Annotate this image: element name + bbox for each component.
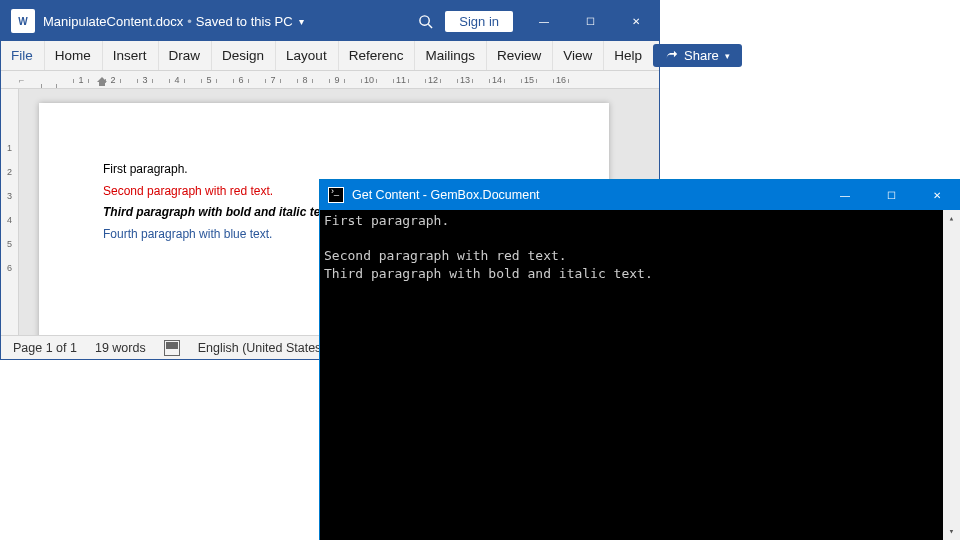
scroll-up-icon[interactable]: ▴ [943, 210, 960, 227]
tab-home[interactable]: Home [44, 41, 102, 70]
ribbon: File Home Insert Draw Design Layout Refe… [1, 41, 659, 71]
console-minimize-button[interactable]: — [822, 180, 868, 210]
spellcheck-icon[interactable] [164, 340, 180, 356]
word-title-controls: Sign in — ☐ ✕ [405, 1, 659, 41]
tab-design[interactable]: Design [211, 41, 275, 70]
console-line: Third paragraph with bold and italic tex… [324, 266, 653, 281]
title-chevron-icon[interactable]: ▾ [299, 16, 304, 27]
word-title: ManipulateContent.docx • Saved to this P… [43, 14, 304, 29]
tab-file[interactable]: File [1, 41, 44, 70]
svg-point-0 [420, 15, 429, 24]
indent-marker-icon[interactable] [97, 77, 107, 87]
console-output[interactable]: First paragraph. Second paragraph with r… [320, 210, 960, 540]
share-button[interactable]: Share ▾ [653, 44, 742, 67]
signin-button[interactable]: Sign in [445, 11, 513, 32]
console-close-button[interactable]: ✕ [914, 180, 960, 210]
console-line: Second paragraph with red text. [324, 248, 567, 263]
tab-help[interactable]: Help [603, 41, 653, 70]
word-titlebar: W ManipulateContent.docx • Saved to this… [1, 1, 659, 41]
maximize-button[interactable]: ☐ [567, 1, 613, 41]
console-titlebar: Get Content - GemBox.Document — ☐ ✕ [320, 180, 960, 210]
console-window: Get Content - GemBox.Document — ☐ ✕ Firs… [320, 180, 960, 540]
close-button[interactable]: ✕ [613, 1, 659, 41]
share-icon [665, 49, 678, 62]
share-label: Share [684, 48, 719, 63]
document-name: ManipulateContent.docx [43, 14, 183, 29]
tab-review[interactable]: Review [486, 41, 552, 70]
tab-references[interactable]: Referenc [338, 41, 415, 70]
minimize-button[interactable]: — [521, 1, 567, 41]
search-icon[interactable] [405, 1, 445, 41]
word-app-icon: W [11, 9, 35, 33]
console-app-icon [328, 187, 344, 203]
tab-view[interactable]: View [552, 41, 603, 70]
status-words[interactable]: 19 words [95, 341, 146, 355]
svg-line-1 [428, 24, 432, 28]
save-status: Saved to this PC [196, 14, 293, 29]
title-separator: • [187, 14, 192, 29]
horizontal-ruler[interactable]: ⌐ 12345678910111213141516 [1, 71, 659, 89]
scroll-down-icon[interactable]: ▾ [943, 523, 960, 540]
vertical-ruler[interactable]: 123456 [1, 89, 19, 335]
console-title-controls: — ☐ ✕ [822, 180, 960, 210]
tab-mailings[interactable]: Mailings [414, 41, 486, 70]
status-page[interactable]: Page 1 of 1 [13, 341, 77, 355]
console-scrollbar[interactable]: ▴ ▾ [943, 210, 960, 540]
tab-layout[interactable]: Layout [275, 41, 338, 70]
tab-insert[interactable]: Insert [102, 41, 158, 70]
share-chevron-icon: ▾ [725, 51, 730, 61]
status-language[interactable]: English (United States) [198, 341, 326, 355]
paragraph-1[interactable]: First paragraph. [103, 159, 545, 181]
console-line: First paragraph. [324, 213, 449, 228]
console-title-text: Get Content - GemBox.Document [352, 188, 540, 202]
tab-draw[interactable]: Draw [158, 41, 212, 70]
console-maximize-button[interactable]: ☐ [868, 180, 914, 210]
